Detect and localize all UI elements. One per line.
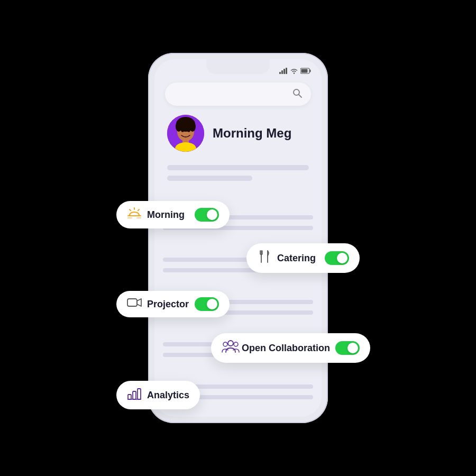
catering-label: Catering [277,253,319,264]
content-bars [167,165,309,186]
svg-line-21 [130,209,131,210]
svg-line-20 [138,209,139,210]
catering-toggle[interactable] [325,251,349,265]
wifi-icon [290,68,298,74]
svg-rect-7 [301,69,308,73]
phone-frame: Morning Meg [148,53,328,423]
signal-icon [279,68,288,74]
svg-rect-3 [286,68,287,74]
phone-screen: Morning Meg [154,59,322,417]
svg-rect-0 [279,72,281,74]
svg-rect-37 [138,389,141,399]
morning-label: Morning [147,209,189,221]
svg-rect-2 [283,69,285,74]
notch [206,59,270,74]
open-collab-label: Open Collaboration [242,343,330,354]
phone-wrapper: Morning Meg [148,53,328,423]
svg-point-16 [188,129,190,132]
morning-card[interactable]: Morning [116,201,230,228]
projector-label: Projector [147,299,189,310]
search-bar[interactable] [165,83,311,106]
svg-point-14 [189,121,196,132]
bar-chart-icon [127,387,142,403]
svg-rect-36 [133,391,136,399]
analytics-card[interactable]: Analytics [116,381,200,409]
morning-toggle[interactable] [195,208,219,222]
content-bar-1 [167,165,309,170]
projector-card[interactable]: Projector [116,291,230,317]
svg-rect-35 [128,395,131,399]
svg-marker-31 [137,299,141,306]
battery-icon [300,68,311,74]
people-icon [222,340,236,356]
content-bar-2 [167,176,252,181]
search-icon [292,88,303,101]
sunrise-icon [127,207,142,222]
analytics-label: Analytics [147,390,189,401]
svg-point-34 [234,342,238,346]
catering-card[interactable]: Catering [246,243,360,273]
svg-point-4 [294,72,295,74]
status-icons [279,68,311,74]
cutlery-icon [257,250,272,267]
svg-rect-1 [281,70,283,74]
projector-toggle[interactable] [195,297,219,311]
video-camera-icon [127,297,142,311]
svg-point-13 [176,121,182,132]
avatar-image [167,115,204,152]
svg-point-33 [223,342,227,346]
profile-name: Morning Meg [213,126,291,141]
avatar [167,115,204,152]
open-collab-card[interactable]: Open Collaboration [211,333,370,363]
svg-rect-6 [310,70,311,72]
svg-line-9 [299,95,301,97]
svg-rect-30 [127,299,137,306]
profile-section: Morning Meg [154,115,322,152]
svg-point-32 [228,341,233,346]
svg-point-15 [181,129,184,132]
open-collab-toggle[interactable] [335,341,360,355]
